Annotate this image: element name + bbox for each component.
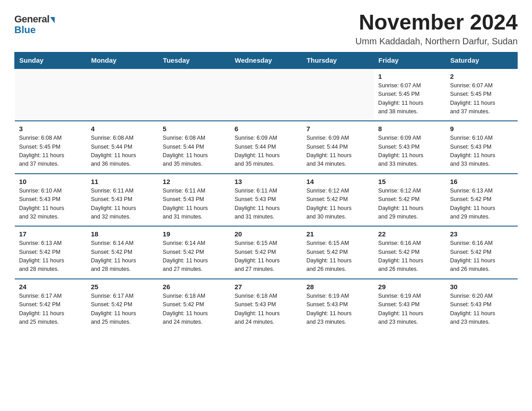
day-detail: Sunrise: 6:11 AMSunset: 5:43 PMDaylight:… — [91, 187, 154, 222]
main-title: November 2024 — [356, 11, 518, 34]
header-sunday: Sunday — [15, 52, 86, 68]
calendar-cell: 3Sunrise: 6:08 AMSunset: 5:45 PMDaylight… — [15, 121, 86, 174]
calendar-cell — [302, 68, 373, 121]
calendar-cell: 19Sunrise: 6:14 AMSunset: 5:42 PMDayligh… — [158, 226, 230, 279]
calendar-cell — [86, 68, 158, 121]
calendar-cell: 6Sunrise: 6:09 AMSunset: 5:44 PMDaylight… — [230, 121, 302, 174]
day-detail: Sunrise: 6:11 AMSunset: 5:43 PMDaylight:… — [163, 187, 225, 222]
day-detail: Sunrise: 6:10 AMSunset: 5:43 PMDaylight:… — [450, 134, 513, 169]
calendar-week-4: 17Sunrise: 6:13 AMSunset: 5:42 PMDayligh… — [15, 226, 518, 279]
header-wednesday: Wednesday — [230, 52, 302, 68]
calendar-cell: 27Sunrise: 6:18 AMSunset: 5:43 PMDayligh… — [230, 279, 302, 331]
day-detail: Sunrise: 6:08 AMSunset: 5:45 PMDaylight:… — [19, 134, 82, 169]
logo-arrow-icon — [50, 17, 55, 23]
day-number: 16 — [450, 178, 513, 185]
calendar-cell: 11Sunrise: 6:11 AMSunset: 5:43 PMDayligh… — [86, 174, 158, 227]
logo-blue-text: Blue — [14, 24, 36, 36]
title-area: November 2024 Umm Kaddadah, Northern Dar… — [356, 11, 518, 47]
calendar-cell: 22Sunrise: 6:16 AMSunset: 5:42 PMDayligh… — [374, 226, 446, 279]
calendar-cell: 26Sunrise: 6:18 AMSunset: 5:42 PMDayligh… — [158, 279, 230, 331]
day-number: 30 — [450, 283, 513, 291]
header-friday: Friday — [374, 52, 446, 68]
day-number: 15 — [378, 178, 441, 185]
day-detail: Sunrise: 6:14 AMSunset: 5:42 PMDaylight:… — [91, 239, 154, 274]
calendar-cell: 29Sunrise: 6:19 AMSunset: 5:43 PMDayligh… — [374, 279, 446, 331]
day-number: 3 — [19, 125, 82, 133]
day-detail: Sunrise: 6:17 AMSunset: 5:42 PMDaylight:… — [19, 292, 82, 327]
day-detail: Sunrise: 6:18 AMSunset: 5:42 PMDaylight:… — [163, 292, 225, 327]
day-number: 24 — [19, 283, 82, 291]
day-detail: Sunrise: 6:08 AMSunset: 5:44 PMDaylight:… — [163, 134, 225, 169]
calendar-cell: 9Sunrise: 6:10 AMSunset: 5:43 PMDaylight… — [446, 121, 517, 174]
day-detail: Sunrise: 6:17 AMSunset: 5:42 PMDaylight:… — [91, 292, 154, 327]
calendar-week-3: 10Sunrise: 6:10 AMSunset: 5:43 PMDayligh… — [15, 174, 518, 227]
day-detail: Sunrise: 6:07 AMSunset: 5:45 PMDaylight:… — [378, 81, 441, 116]
day-number: 7 — [306, 125, 369, 133]
day-number: 13 — [235, 178, 297, 185]
calendar-cell: 30Sunrise: 6:20 AMSunset: 5:43 PMDayligh… — [446, 279, 517, 331]
day-number: 14 — [306, 178, 369, 185]
day-number: 25 — [91, 283, 154, 291]
day-number: 9 — [450, 125, 513, 133]
day-detail: Sunrise: 6:18 AMSunset: 5:43 PMDaylight:… — [235, 292, 297, 327]
calendar-cell — [230, 68, 302, 121]
logo: General Blue — [14, 11, 55, 36]
calendar-cell: 21Sunrise: 6:15 AMSunset: 5:42 PMDayligh… — [302, 226, 373, 279]
day-detail: Sunrise: 6:07 AMSunset: 5:45 PMDaylight:… — [450, 81, 513, 116]
day-detail: Sunrise: 6:19 AMSunset: 5:43 PMDaylight:… — [378, 292, 441, 327]
day-detail: Sunrise: 6:15 AMSunset: 5:42 PMDaylight:… — [235, 239, 297, 274]
day-number: 2 — [450, 73, 513, 80]
day-detail: Sunrise: 6:16 AMSunset: 5:42 PMDaylight:… — [450, 239, 513, 274]
calendar-cell: 25Sunrise: 6:17 AMSunset: 5:42 PMDayligh… — [86, 279, 158, 331]
calendar-cell: 23Sunrise: 6:16 AMSunset: 5:42 PMDayligh… — [446, 226, 517, 279]
day-detail: Sunrise: 6:13 AMSunset: 5:42 PMDaylight:… — [450, 187, 513, 222]
day-number: 10 — [19, 178, 82, 185]
calendar-cell — [158, 68, 230, 121]
day-detail: Sunrise: 6:14 AMSunset: 5:42 PMDaylight:… — [163, 239, 225, 274]
day-detail: Sunrise: 6:20 AMSunset: 5:43 PMDaylight:… — [450, 292, 513, 327]
day-detail: Sunrise: 6:09 AMSunset: 5:44 PMDaylight:… — [235, 134, 297, 169]
day-number: 17 — [19, 230, 82, 238]
calendar-week-1: 1Sunrise: 6:07 AMSunset: 5:45 PMDaylight… — [15, 68, 518, 121]
calendar-week-2: 3Sunrise: 6:08 AMSunset: 5:45 PMDaylight… — [15, 121, 518, 174]
calendar-cell: 16Sunrise: 6:13 AMSunset: 5:42 PMDayligh… — [446, 174, 517, 227]
day-detail: Sunrise: 6:09 AMSunset: 5:43 PMDaylight:… — [378, 134, 441, 169]
day-number: 12 — [163, 178, 225, 185]
day-number: 29 — [378, 283, 441, 291]
calendar-cell: 2Sunrise: 6:07 AMSunset: 5:45 PMDaylight… — [446, 68, 517, 121]
day-detail: Sunrise: 6:08 AMSunset: 5:44 PMDaylight:… — [91, 134, 154, 169]
logo-general-text: General — [14, 13, 49, 25]
calendar-cell: 8Sunrise: 6:09 AMSunset: 5:43 PMDaylight… — [374, 121, 446, 174]
day-number: 8 — [378, 125, 441, 133]
calendar-table: SundayMondayTuesdayWednesdayThursdayFrid… — [14, 52, 518, 331]
day-number: 21 — [306, 230, 369, 238]
day-number: 20 — [235, 230, 297, 238]
day-number: 4 — [91, 125, 154, 133]
day-number: 1 — [378, 73, 441, 80]
location-subtitle: Umm Kaddadah, Northern Darfur, Sudan — [356, 36, 518, 47]
header-tuesday: Tuesday — [158, 52, 230, 68]
day-detail: Sunrise: 6:09 AMSunset: 5:44 PMDaylight:… — [306, 134, 369, 169]
day-number: 19 — [163, 230, 225, 238]
calendar-cell: 4Sunrise: 6:08 AMSunset: 5:44 PMDaylight… — [86, 121, 158, 174]
calendar-cell: 12Sunrise: 6:11 AMSunset: 5:43 PMDayligh… — [158, 174, 230, 227]
header-monday: Monday — [86, 52, 158, 68]
day-number: 18 — [91, 230, 154, 238]
header-thursday: Thursday — [302, 52, 373, 68]
day-detail: Sunrise: 6:12 AMSunset: 5:42 PMDaylight:… — [306, 187, 369, 222]
calendar-cell: 5Sunrise: 6:08 AMSunset: 5:44 PMDaylight… — [158, 121, 230, 174]
calendar-cell: 18Sunrise: 6:14 AMSunset: 5:42 PMDayligh… — [86, 226, 158, 279]
calendar-header-row: SundayMondayTuesdayWednesdayThursdayFrid… — [15, 52, 518, 68]
day-detail: Sunrise: 6:19 AMSunset: 5:43 PMDaylight:… — [306, 292, 369, 327]
day-detail: Sunrise: 6:13 AMSunset: 5:42 PMDaylight:… — [19, 239, 82, 274]
day-number: 27 — [235, 283, 297, 291]
day-number: 11 — [91, 178, 154, 185]
day-number: 28 — [306, 283, 369, 291]
calendar-cell: 24Sunrise: 6:17 AMSunset: 5:42 PMDayligh… — [15, 279, 86, 331]
calendar-cell: 17Sunrise: 6:13 AMSunset: 5:42 PMDayligh… — [15, 226, 86, 279]
calendar-cell — [15, 68, 86, 121]
calendar-cell: 10Sunrise: 6:10 AMSunset: 5:43 PMDayligh… — [15, 174, 86, 227]
day-number: 26 — [163, 283, 225, 291]
day-detail: Sunrise: 6:16 AMSunset: 5:42 PMDaylight:… — [378, 239, 441, 274]
header: General Blue November 2024 Umm Kaddadah,… — [14, 11, 518, 47]
